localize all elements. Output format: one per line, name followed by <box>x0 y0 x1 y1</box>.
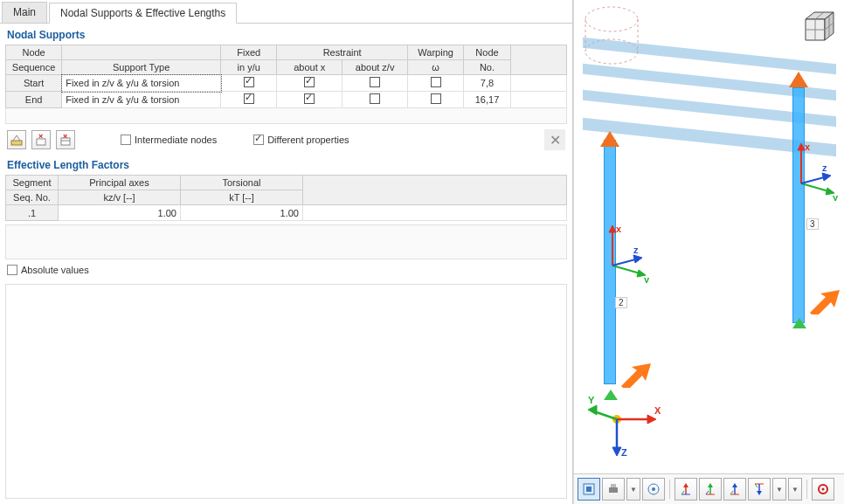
close-button[interactable]: ✕ <box>544 129 565 150</box>
cell-node-no: 16,17 <box>464 92 511 108</box>
hdr-about-x: about x <box>277 60 342 75</box>
cell-about-x[interactable] <box>277 92 342 108</box>
cell-support-type[interactable]: Fixed in z/v & y/u & torsion <box>62 75 221 92</box>
hdr-node-no-1: Node <box>464 45 511 60</box>
svg-line-46 <box>681 491 684 494</box>
svg-marker-44 <box>683 483 688 487</box>
hdr-about-zv: about z/v <box>342 60 408 75</box>
svg-marker-17 <box>609 225 616 232</box>
hdr-fixed-2: in y/u <box>221 60 277 75</box>
intermediate-nodes-label: Intermediate nodes <box>135 135 217 145</box>
cell-fixed-yu[interactable] <box>221 92 277 108</box>
svg-point-60 <box>822 488 825 491</box>
svg-marker-52 <box>732 483 737 487</box>
svg-marker-15 <box>822 173 831 181</box>
tb-settings[interactable] <box>812 478 834 501</box>
absolute-values-label: Absolute values <box>21 265 89 275</box>
axis-z-label: z <box>633 245 639 255</box>
table-row[interactable]: End Fixed in z/v & y/u & torsion 16,17 <box>6 92 567 108</box>
axis-z-label: z <box>822 162 827 173</box>
tb-dropdown-2[interactable]: ▼ <box>772 478 786 501</box>
viewer-toolbar: ▼ ▼ ▼ <box>574 473 844 504</box>
cell-about-zv[interactable] <box>342 75 408 92</box>
tb-view-neg-z[interactable] <box>748 478 771 501</box>
nodal-toolbar: × × Intermediate nodes Different propert… <box>0 126 572 154</box>
effective-length-title: Effective Length Factors <box>0 154 572 173</box>
axis-Y-label: Y <box>588 395 595 405</box>
tb-view-x[interactable] <box>675 478 697 501</box>
different-properties-checkbox[interactable]: Different properties <box>253 135 349 145</box>
hdr-segment-2: Seq. No. <box>6 190 59 205</box>
cell-node-no: 7,8 <box>464 75 511 92</box>
svg-line-50 <box>706 491 709 494</box>
hdr-node-no-2: No. <box>464 60 511 75</box>
tb-print[interactable] <box>602 478 625 501</box>
cell-warping[interactable] <box>408 92 464 108</box>
hdr-support-type: Support Type <box>62 60 221 75</box>
svg-rect-0 <box>11 141 22 145</box>
tb-render-mode[interactable] <box>642 478 665 501</box>
hdr-torsional-1: Torsional <box>181 176 303 190</box>
cell-warping[interactable] <box>408 75 464 92</box>
hdr-warping-1: Warping <box>408 45 464 60</box>
segment-label-3: 3 <box>806 218 819 230</box>
hdr-restraint: Restraint <box>277 45 408 60</box>
intermediate-nodes-checkbox[interactable]: Intermediate nodes <box>121 135 217 145</box>
hdr-warping-2: ω <box>408 60 464 75</box>
hdr-principal-1: Principal axes <box>59 176 181 190</box>
tb-display-mode[interactable] <box>578 478 600 501</box>
table-row[interactable]: Start Fixed in z/v & y/u & torsion 7,8 <box>6 75 567 92</box>
axis-Z-label: Z <box>621 447 627 458</box>
svg-marker-56 <box>757 491 762 495</box>
svg-rect-40 <box>611 484 616 487</box>
cell-about-zv[interactable] <box>342 92 408 108</box>
cell-seq: Start <box>6 75 62 92</box>
svg-line-58 <box>755 484 758 487</box>
tab-main[interactable]: Main <box>2 2 47 23</box>
svg-marker-21 <box>633 255 642 263</box>
svg-text:×: × <box>38 134 43 141</box>
tab-nodal-supports[interactable]: Nodal Supports & Effective Lengths <box>49 3 237 24</box>
hdr-principal-2: kz/v [--] <box>59 190 181 205</box>
elf-spacer <box>5 224 567 259</box>
cell-seq: End <box>6 92 62 108</box>
svg-marker-24 <box>647 415 656 424</box>
absolute-values-checkbox[interactable]: Absolute values <box>7 265 89 275</box>
cell-about-x[interactable] <box>277 75 342 92</box>
tb-dropdown-1[interactable]: ▼ <box>626 478 640 501</box>
svg-point-6 <box>585 7 638 31</box>
segment-label-2: 2 <box>615 297 627 308</box>
cell-seq: .1 <box>6 205 59 221</box>
hdr-node-seq-2: Sequence <box>6 60 62 75</box>
svg-marker-26 <box>588 405 597 415</box>
tb-dropdown-3[interactable]: ▼ <box>788 478 802 501</box>
table-row[interactable]: .1 1.00 1.00 <box>6 205 567 221</box>
cell-fixed-yu[interactable] <box>221 75 277 92</box>
axis-x-label: x <box>805 142 811 152</box>
lower-panel <box>5 284 567 499</box>
cell-kt[interactable]: 1.00 <box>181 205 303 221</box>
svg-line-54 <box>730 491 733 494</box>
delete-all-button[interactable]: × <box>56 130 75 149</box>
view-cube[interactable] <box>795 7 837 49</box>
svg-rect-39 <box>609 487 618 493</box>
axis-x-label: x <box>616 224 622 234</box>
assign-button[interactable] <box>7 130 26 149</box>
svg-point-42 <box>652 487 655 491</box>
hdr-fixed-1: Fixed <box>221 45 277 60</box>
delete-row-button[interactable]: × <box>31 130 51 149</box>
cell-kzv[interactable]: 1.00 <box>59 205 181 221</box>
axis-y-label: y <box>644 274 650 283</box>
tabs: Main Nodal Supports & Effective Lengths <box>0 0 572 24</box>
svg-rect-38 <box>586 487 591 492</box>
nodal-supports-title: Nodal Supports <box>0 24 572 43</box>
axis-y-label: y <box>833 192 839 201</box>
tb-view-y[interactable] <box>699 478 722 501</box>
cell-support-type[interactable]: Fixed in z/v & y/u & torsion <box>62 92 221 108</box>
viewer-3d[interactable]: x y z x y z 2 3 X <box>574 0 844 473</box>
different-properties-label: Different properties <box>267 135 349 145</box>
svg-marker-11 <box>798 143 805 150</box>
axis-X-label: X <box>654 405 661 416</box>
tb-view-z[interactable] <box>723 478 746 501</box>
svg-text:×: × <box>63 134 67 141</box>
